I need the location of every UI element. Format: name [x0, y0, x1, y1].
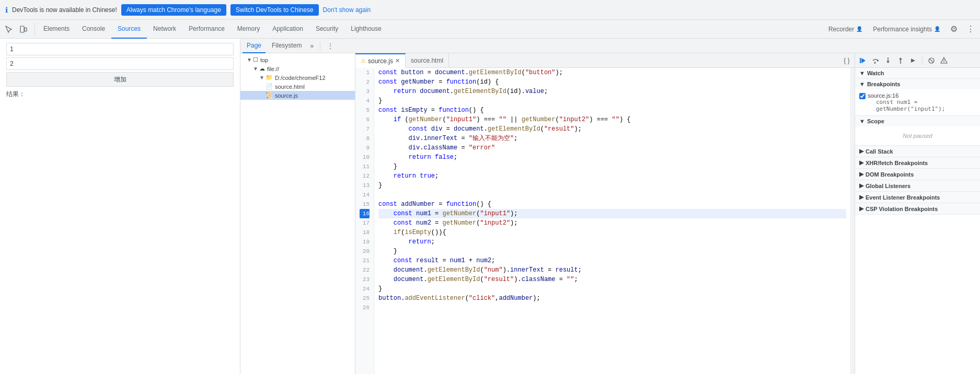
- breakpoints-header[interactable]: ▼ Breakpoints: [855, 79, 980, 89]
- editor-area: ⚠ source.js ✕ source.html { } 1 2: [355, 53, 855, 374]
- tab-application[interactable]: Application: [266, 20, 309, 39]
- code-line-13: }: [378, 181, 846, 190]
- svg-marker-2: [861, 58, 866, 63]
- event-listener-section: ▶ Event Listener Breakpoints: [855, 192, 980, 203]
- tab-performance[interactable]: Performance: [182, 20, 231, 39]
- devtools-toolbar: Elements Console Sources Network Perform…: [0, 20, 980, 39]
- tab-network[interactable]: Network: [147, 20, 182, 39]
- step-button[interactable]: [907, 55, 919, 66]
- tree-item-source-html[interactable]: 📄 source.html: [240, 82, 355, 91]
- editor-tab-source-html[interactable]: source.html: [406, 53, 449, 68]
- line-num-10: 10: [360, 153, 370, 162]
- csp-violation-section: ▶ CSP Violation Breakpoints: [855, 203, 980, 215]
- code-line-23: document.getElementById("result").classN…: [378, 275, 846, 284]
- tab-console[interactable]: Console: [76, 20, 111, 39]
- pretty-print-button[interactable]: { }: [841, 55, 852, 66]
- svg-rect-3: [860, 58, 861, 63]
- devtools-banner: ℹ DevTools is now available in Chinese! …: [0, 0, 980, 20]
- deactivate-breakpoints-button[interactable]: [926, 55, 937, 66]
- scope-section: ▼ Scope Not paused: [855, 116, 980, 146]
- scope-header[interactable]: ▼ Scope: [855, 116, 980, 126]
- performance-insights-tab[interactable]: Performance insights 👤: [869, 20, 944, 39]
- inspect-element-button[interactable]: [2, 22, 16, 36]
- more-tools-button[interactable]: ⋮: [963, 22, 978, 37]
- folder-icon: 📁: [266, 74, 273, 81]
- add-button[interactable]: 增加: [6, 72, 234, 87]
- code-line-9: div.className = "error": [378, 143, 846, 153]
- devtools-tab-bar: Elements Console Sources Network Perform…: [37, 20, 824, 39]
- line-num-11: 11: [360, 162, 370, 171]
- editor-tab-source-js[interactable]: ⚠ source.js ✕: [355, 53, 406, 68]
- sources-tab-page[interactable]: Page: [243, 39, 266, 53]
- tab-elements[interactable]: Elements: [37, 20, 76, 39]
- line-num-6: 6: [360, 115, 370, 124]
- tab-sources[interactable]: Sources: [111, 20, 147, 39]
- code-line-16: const num1 = getNumber("input1");: [378, 209, 846, 218]
- input1-field[interactable]: [6, 43, 234, 55]
- new-snippet-button[interactable]: ⋮: [325, 40, 336, 52]
- code-line-5: const isEmpty = function() {: [378, 106, 846, 115]
- banner-text: DevTools is now available in Chinese!: [12, 6, 117, 14]
- breakpoints-section: ▼ Breakpoints source.js:16 const num1 = …: [855, 79, 980, 116]
- tree-item-top[interactable]: ▼ ☐ top: [240, 55, 355, 64]
- event-listener-header[interactable]: ▶ Event Listener Breakpoints: [855, 192, 980, 203]
- tab-lighthouse[interactable]: Lighthouse: [344, 20, 388, 39]
- tree-label-top: top: [260, 57, 268, 63]
- editor-tabs: ⚠ source.js ✕ source.html { }: [355, 53, 855, 68]
- call-stack-header[interactable]: ▶ Call Stack: [855, 146, 980, 157]
- tree-label-source-html: source.html: [275, 84, 305, 90]
- match-language-button[interactable]: Always match Chrome's language: [121, 4, 226, 16]
- resume-button[interactable]: [857, 55, 869, 66]
- code-line-24: }: [378, 284, 846, 294]
- toolbar-icons: [2, 22, 35, 36]
- svg-marker-10: [911, 59, 915, 63]
- dom-breakpoints-section: ▶ DOM Breakpoints: [855, 169, 980, 180]
- tree-item-dcode[interactable]: ▼ 📁 D:/code/chromeF12: [240, 73, 355, 82]
- svg-marker-7: [886, 61, 890, 63]
- tab-security[interactable]: Security: [309, 20, 344, 39]
- sources-tab-filesystem[interactable]: Filesystem: [268, 39, 306, 53]
- step-out-button[interactable]: [895, 55, 906, 66]
- svg-marker-4: [877, 60, 879, 62]
- watch-label: Watch: [867, 70, 884, 76]
- device-toolbar-button[interactable]: [17, 22, 30, 36]
- global-listeners-header[interactable]: ▶ Global Listeners: [855, 180, 980, 191]
- step-over-button[interactable]: [870, 55, 881, 66]
- input2-field[interactable]: [6, 57, 234, 70]
- input2-row: [6, 57, 234, 70]
- breakpoint-checkbox-1[interactable]: [859, 93, 866, 99]
- editor-tab-close-js[interactable]: ✕: [395, 57, 400, 64]
- tree-item-file[interactable]: ▼ ☁ file://: [240, 64, 355, 73]
- switch-to-chinese-button[interactable]: Switch DevTools to Chinese: [230, 4, 319, 16]
- csp-violation-header[interactable]: ▶ CSP Violation Breakpoints: [855, 203, 980, 214]
- dom-breakpoints-header[interactable]: ▶ DOM Breakpoints: [855, 169, 980, 180]
- global-listeners-section: ▶ Global Listeners: [855, 180, 980, 192]
- line-num-12: 12: [360, 171, 370, 181]
- pause-on-exceptions-button[interactable]: [938, 55, 950, 66]
- code-line-12: return true;: [378, 171, 846, 181]
- line-num-8: 8: [360, 134, 370, 143]
- settings-button[interactable]: ⚙: [947, 22, 961, 37]
- code-line-15: const addNumber = function() {: [378, 200, 846, 209]
- watch-header[interactable]: ▼ Watch: [855, 68, 980, 78]
- sources-tab-more[interactable]: »: [308, 42, 316, 50]
- dont-show-again-button[interactable]: Don't show again: [323, 6, 371, 14]
- line-num-22: 22: [360, 265, 370, 275]
- breakpoints-label: Breakpoints: [867, 81, 901, 87]
- tab-memory[interactable]: Memory: [231, 20, 266, 39]
- step-into-button[interactable]: [882, 55, 894, 66]
- xhr-fetch-header[interactable]: ▶ XHR/fetch Breakpoints: [855, 157, 980, 168]
- tree-label-source-js: source.js: [275, 92, 298, 99]
- recorder-tab[interactable]: Recorder 👤: [824, 20, 867, 39]
- tree-item-source-js[interactable]: 📜 source.js: [240, 91, 355, 100]
- code-line-19: return;: [378, 237, 846, 247]
- code-line-3: return document.getElementById(id).value…: [378, 87, 846, 96]
- performance-insights-icon: 👤: [934, 26, 940, 32]
- debug-sep-1: [922, 56, 923, 65]
- code-line-2: const getNumber = function(id) {: [378, 77, 846, 87]
- svg-rect-0: [20, 26, 24, 32]
- code-line-8: div.innerText = "输入不能为空";: [378, 134, 846, 143]
- chevron-right-icon: ▶: [859, 148, 863, 155]
- breakpoint-code: const num1 = getNumber("input1");: [876, 99, 976, 112]
- code-line-1: const button = document.getElementById("…: [378, 68, 846, 77]
